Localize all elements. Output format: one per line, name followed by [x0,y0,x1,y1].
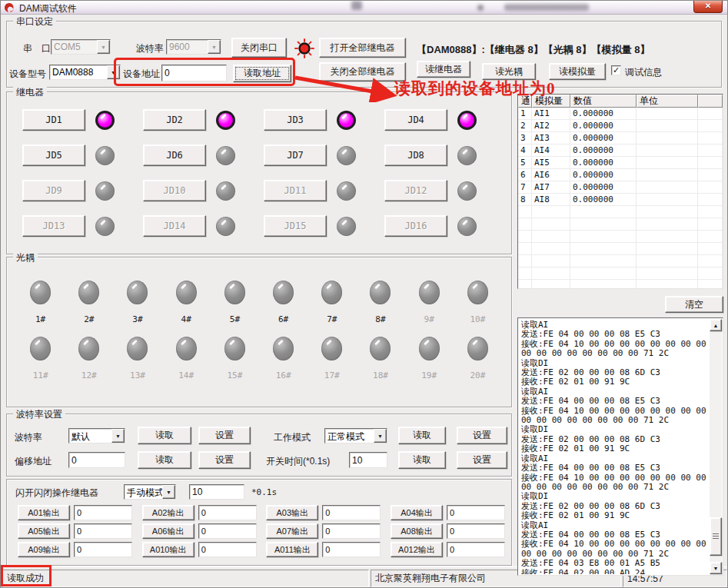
output-button-a011输出[interactable]: A011输出 [266,542,318,557]
open-all-relays-button[interactable]: 打开全部继电器 [319,38,406,58]
analog-cell: 7 [518,181,532,194]
port-select[interactable]: COM5 ▼ [51,39,111,55]
output-button-a012输出[interactable]: A012输出 [391,542,443,557]
analog-cell: 0.000000 [570,108,637,120]
relay-grid: JD1JD2JD3JD4JD5JD6JD7JD8JD9JD10JD11JD12J… [22,109,505,237]
switch-time-read-button[interactable]: 读取 [398,451,446,469]
read-address-button[interactable]: 读取地址 [233,65,291,82]
opto-channel-label: 17# [324,370,340,380]
relay-cell: JD5 [22,145,143,166]
opto-channel-label: 11# [33,370,48,380]
flash-mode-select[interactable]: 手动模式 ▼ [124,484,176,500]
offset-address-input[interactable] [68,452,125,468]
output-button-a010输出[interactable]: A010输出 [142,542,194,557]
output-value-a08输出[interactable] [447,523,505,539]
output-row: A05输出A06输出A07输出A08输出 [18,523,505,539]
opto-led-7 [321,281,342,304]
baud-select[interactable]: 9600 ▼ [166,39,221,55]
table-row[interactable]: 4AI40.000000 [518,145,723,157]
output-button-a09输出[interactable]: A09输出 [18,542,70,557]
read-opto-button[interactable]: 读光耦 [482,63,536,80]
opto-channel-label: 3# [132,314,142,324]
opto-channel-label: 12# [81,370,97,380]
table-row[interactable]: 3AI30.000000 [518,132,723,145]
relay-button-jd9[interactable]: JD9 [22,180,85,201]
relay-button-jd3[interactable]: JD3 [264,109,327,131]
switch-time-set-button[interactable]: 设置 [457,451,507,469]
analog-cell-empty [698,280,723,289]
relay-button-jd10[interactable]: JD10 [143,180,206,201]
table-row-empty [518,243,723,255]
work-mode-read-button[interactable]: 读取 [398,427,446,444]
work-mode-set-button[interactable]: 设置 [457,427,507,444]
table-row[interactable]: 1AI10.000000 [518,108,723,120]
close-port-button[interactable]: 关闭串口 [231,38,287,58]
scroll-up-icon[interactable]: ▲ [710,319,722,331]
output-value-a02输出[interactable] [198,505,257,520]
relay-led-jd11 [337,181,356,201]
output-value-a012输出[interactable] [447,542,505,557]
output-value-a04输出[interactable] [447,505,505,520]
output-button-a01输出[interactable]: A01输出 [18,505,70,520]
output-button-a03输出[interactable]: A03输出 [266,505,318,520]
table-row[interactable]: 6AI60.000000 [518,169,723,181]
output-value-a011输出[interactable] [322,542,381,557]
output-button-a04输出[interactable]: A04输出 [391,505,443,520]
output-value-a06输出[interactable] [198,523,257,539]
model-select[interactable]: DAM0888 ▼ [49,65,121,80]
offset-read-button[interactable]: 读取 [138,451,191,469]
relay-button-jd12[interactable]: JD12 [384,180,447,201]
relay-button-jd2[interactable]: JD2 [143,109,206,131]
output-value-a03输出[interactable] [322,505,381,520]
relay-button-jd16[interactable]: JD16 [384,215,447,237]
title-bar[interactable]: DAM调试软件 ✕ [1,1,727,15]
close-button[interactable]: ✕ [693,1,723,13]
read-relays-button[interactable]: 读继电器 [417,61,470,78]
baud-set-button[interactable]: 设置 [198,427,251,444]
flash-time-input[interactable] [189,484,244,500]
output-pair: A02输出 [142,505,257,520]
baud-read-button[interactable]: 读取 [138,427,191,444]
output-value-a07输出[interactable] [322,523,381,539]
scroll-down-icon[interactable]: ▼ [710,562,722,574]
output-value-a09输出[interactable] [74,542,132,557]
analog-column-header: 数值 [570,95,637,108]
relay-button-jd4[interactable]: JD4 [384,109,447,131]
output-button-a05输出[interactable]: A05输出 [18,523,70,539]
relay-button-jd13[interactable]: JD13 [22,215,85,237]
debug-info-checkbox[interactable]: ✓ [611,65,621,75]
table-row[interactable]: 5AI50.000000 [518,157,723,169]
relay-button-jd6[interactable]: JD6 [143,145,206,166]
clear-log-button[interactable]: 清空 [665,296,723,313]
close-all-relays-button[interactable]: 关闭全部继电器 [319,62,406,81]
relay-button-jd8[interactable]: JD8 [384,145,447,166]
log-text[interactable]: 读取AI 发送:FE 04 00 00 00 08 E5 C3 接收:FE 04… [519,319,709,574]
log-scrollbar[interactable]: ▲ ▼ [710,319,722,574]
opto-channel-label: 5# [230,314,240,324]
table-row[interactable]: 8AI80.000000 [518,194,723,206]
output-button-a06输出[interactable]: A06输出 [142,523,194,539]
output-value-a010输出[interactable] [198,542,257,557]
output-button-a08输出[interactable]: A08输出 [391,523,443,539]
output-button-a07输出[interactable]: A07输出 [266,523,318,539]
relay-button-jd11[interactable]: JD11 [264,180,327,201]
baud-setting-select[interactable]: 默认 ▼ [68,428,125,443]
relay-button-jd7[interactable]: JD7 [264,145,327,166]
output-button-a02输出[interactable]: A02输出 [142,505,194,520]
table-row[interactable]: 7AI70.000000 [518,181,723,194]
read-analog-button[interactable]: 读模拟量 [549,63,606,80]
output-value-a05输出[interactable] [74,523,132,539]
opto-channel-label: 8# [375,314,385,324]
offset-set-button[interactable]: 设置 [198,451,251,469]
scrollbar-thumb[interactable] [710,517,722,556]
output-value-a01输出[interactable] [74,505,132,520]
opto-channel-label: 7# [327,314,337,324]
table-row[interactable]: 2AI20.000000 [518,120,723,132]
relay-button-jd15[interactable]: JD15 [264,215,327,237]
work-mode-select[interactable]: 正常模式 ▼ [324,428,387,443]
switch-time-input[interactable] [349,452,387,468]
relay-button-jd1[interactable]: JD1 [22,109,85,131]
relay-button-jd14[interactable]: JD14 [143,215,206,237]
device-address-input[interactable] [161,65,227,81]
relay-button-jd5[interactable]: JD5 [22,145,85,166]
